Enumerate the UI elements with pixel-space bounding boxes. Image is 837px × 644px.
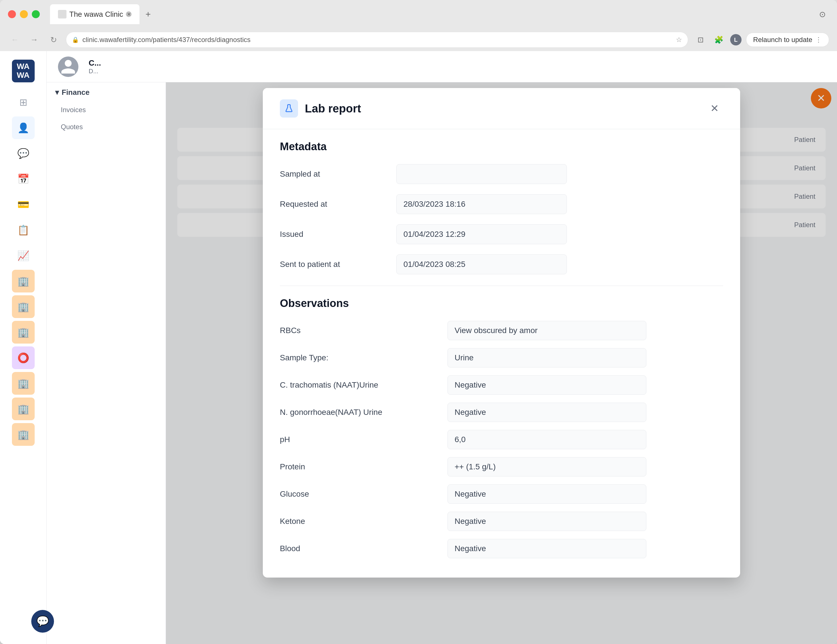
url-bar[interactable]: 🔒 clinic.wawafertility.com/patients/437/… bbox=[66, 32, 688, 48]
modal-body: Metadata Sampled at Requested at 28/03/ bbox=[263, 129, 740, 578]
lab-report-modal: Lab report ✕ Metadata bbox=[263, 88, 740, 578]
close-traffic-light[interactable] bbox=[8, 10, 16, 18]
sampled-at-label: Sampled at bbox=[280, 169, 388, 179]
sent-to-patient-value[interactable]: 01/04/2023 08:25 bbox=[396, 254, 567, 274]
finance-label: Finance bbox=[62, 88, 90, 97]
relaunch-menu-icon: ⋮ bbox=[815, 36, 822, 44]
finance-section: ▾ Finance Invoices Quotes bbox=[47, 82, 166, 141]
protein-value[interactable]: ++ (1.5 g/L) bbox=[448, 457, 647, 477]
metadata-section-title: Metadata bbox=[280, 141, 723, 153]
app-container: WAWA ⊞ 👤 💬 📅 💳 📋 📈 🏢 🏢 🏢 ⭕ 🏢 🏢 🏢 bbox=[0, 51, 837, 644]
sidebar-item-circle[interactable]: ⭕ bbox=[12, 346, 34, 369]
lock-icon: 🔒 bbox=[72, 36, 79, 43]
c-trachomatis-label: C. trachomatis (NAAT)Urine bbox=[280, 380, 439, 390]
title-bar: The wawa Clinic ✕ + ⊙ bbox=[0, 0, 837, 28]
close-icon: ✕ bbox=[710, 103, 719, 115]
c-trachomatis-value[interactable]: Negative bbox=[448, 375, 647, 395]
tab-bar: The wawa Clinic ✕ + bbox=[50, 4, 811, 24]
c-trachomatis-row: C. trachomatis (NAAT)Urine Negative bbox=[280, 375, 723, 395]
active-tab[interactable]: The wawa Clinic ✕ bbox=[50, 4, 140, 24]
n-gonorrhoeae-value[interactable]: Negative bbox=[448, 403, 647, 422]
refresh-button[interactable]: ↻ bbox=[47, 33, 60, 47]
window-controls[interactable]: ⊙ bbox=[816, 7, 829, 21]
glucose-row: Glucose Negative bbox=[280, 484, 723, 504]
ph-value[interactable]: 6,0 bbox=[448, 430, 647, 449]
sidebar-item-org5[interactable]: 🏢 bbox=[12, 398, 34, 420]
chat-button[interactable]: 💬 bbox=[31, 610, 54, 633]
traffic-lights bbox=[8, 10, 40, 18]
url-text: clinic.wawafertility.com/patients/437/re… bbox=[82, 36, 673, 44]
sidebar-item-analytics[interactable]: 📈 bbox=[12, 244, 34, 267]
finance-header[interactable]: ▾ Finance bbox=[55, 88, 157, 97]
sidebar-item-billing[interactable]: 💳 bbox=[12, 193, 34, 216]
issued-row: Issued 01/04/2023 12:29 bbox=[280, 224, 723, 244]
ph-row: pH 6,0 bbox=[280, 430, 723, 449]
sidebar-item-org4[interactable]: 🏢 bbox=[12, 372, 34, 395]
chevron-down-icon: ▾ bbox=[55, 88, 59, 97]
new-tab-button[interactable]: + bbox=[142, 8, 154, 20]
quotes-item[interactable]: Quotes bbox=[55, 118, 157, 136]
user-avatar[interactable]: L bbox=[730, 34, 742, 46]
lab-report-icon bbox=[280, 99, 298, 118]
modal-title: Lab report bbox=[305, 102, 706, 115]
top-nav: C... D... bbox=[47, 51, 837, 82]
sidebar-item-org2[interactable]: 🏢 bbox=[12, 295, 34, 318]
ketone-value[interactable]: Negative bbox=[448, 512, 647, 531]
rbcs-label: RBCs bbox=[280, 326, 439, 335]
modal-header: Lab report ✕ bbox=[263, 88, 740, 129]
left-panel: ▾ Finance Invoices Quotes bbox=[47, 82, 166, 644]
extensions-icon[interactable]: 🧩 bbox=[712, 33, 725, 47]
tab-close-icon[interactable]: ✕ bbox=[126, 11, 131, 17]
requested-at-label: Requested at bbox=[280, 200, 388, 209]
sampled-at-row: Sampled at bbox=[280, 164, 723, 184]
sample-type-row: Sample Type: Urine bbox=[280, 348, 723, 367]
rbcs-value[interactable]: View obscured by amor bbox=[448, 321, 647, 340]
requested-at-value[interactable]: 28/03/2023 18:16 bbox=[396, 194, 567, 214]
glucose-value[interactable]: Negative bbox=[448, 484, 647, 504]
patient-avatar-icon bbox=[60, 58, 77, 75]
sidebar: WAWA ⊞ 👤 💬 📅 💳 📋 📈 🏢 🏢 🏢 ⭕ 🏢 🏢 🏢 bbox=[0, 51, 47, 644]
sidebar-item-reports[interactable]: 📋 bbox=[12, 219, 34, 241]
protein-row: Protein ++ (1.5 g/L) bbox=[280, 457, 723, 477]
tab-favicon bbox=[58, 10, 66, 18]
sidebar-item-patients[interactable]: 👤 bbox=[12, 116, 34, 139]
blood-value[interactable]: Negative bbox=[448, 539, 647, 558]
sidebar-item-org1[interactable]: 🏢 bbox=[12, 270, 34, 292]
browser-window: The wawa Clinic ✕ + ⊙ ← → ↻ 🔒 clinic.waw… bbox=[0, 0, 837, 644]
sidebar-item-org6[interactable]: 🏢 bbox=[12, 423, 34, 446]
sidebar-item-dashboard[interactable]: ⊞ bbox=[12, 91, 34, 113]
blood-label: Blood bbox=[280, 544, 439, 553]
user-initial: L bbox=[734, 37, 738, 43]
relaunch-button[interactable]: Relaunch to update ⋮ bbox=[746, 33, 829, 47]
issued-label: Issued bbox=[280, 230, 388, 239]
forward-button[interactable]: → bbox=[27, 33, 41, 47]
main-content: C... D... ▾ Finance bbox=[47, 51, 837, 644]
ph-label: pH bbox=[280, 435, 439, 444]
back-button[interactable]: ← bbox=[8, 33, 21, 47]
sidebar-item-org3[interactable]: 🏢 bbox=[12, 321, 34, 344]
invoices-label: Invoices bbox=[61, 106, 86, 113]
maximize-traffic-light[interactable] bbox=[32, 10, 40, 18]
n-gonorrhoeae-row: N. gonorrhoeae(NAAT) Urine Negative bbox=[280, 403, 723, 422]
invoices-item[interactable]: Invoices bbox=[55, 102, 157, 118]
address-bar: ← → ↻ 🔒 clinic.wawafertility.com/patient… bbox=[0, 28, 837, 51]
screen-capture-icon[interactable]: ⊡ bbox=[694, 33, 707, 47]
glucose-label: Glucose bbox=[280, 490, 439, 499]
browser-actions: ⊡ 🧩 L Relaunch to update ⋮ bbox=[694, 33, 829, 47]
patient-avatar bbox=[58, 56, 79, 77]
issued-value[interactable]: 01/04/2023 12:29 bbox=[396, 224, 567, 244]
sidebar-item-calendar[interactable]: 📅 bbox=[12, 167, 34, 190]
flask-icon bbox=[284, 103, 294, 113]
right-side: ✕ Patient Patient Patient bbox=[166, 82, 837, 644]
sent-to-patient-row: Sent to patient at 01/04/2023 08:25 bbox=[280, 254, 723, 274]
sent-to-patient-label: Sent to patient at bbox=[280, 260, 388, 269]
protein-label: Protein bbox=[280, 462, 439, 471]
sidebar-item-messages[interactable]: 💬 bbox=[12, 142, 34, 165]
minimize-traffic-light[interactable] bbox=[20, 10, 28, 18]
modal-close-button[interactable]: ✕ bbox=[706, 100, 723, 117]
n-gonorrhoeae-label: N. gonorrhoeae(NAAT) Urine bbox=[280, 408, 439, 417]
bookmark-icon[interactable]: ☆ bbox=[676, 36, 682, 44]
sampled-at-value[interactable] bbox=[396, 164, 567, 184]
sample-type-value[interactable]: Urine bbox=[448, 348, 647, 367]
relaunch-label: Relaunch to update bbox=[753, 36, 812, 44]
